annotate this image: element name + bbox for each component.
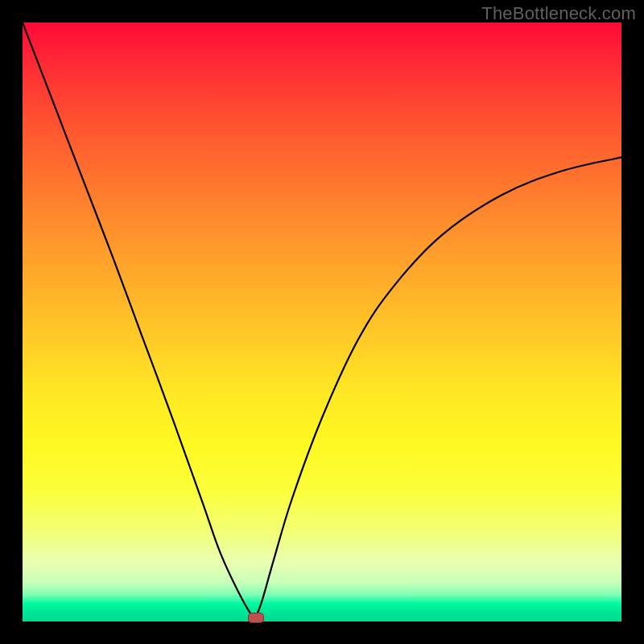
plot-area	[23, 23, 621, 621]
watermark-text: TheBottleneck.com	[481, 3, 636, 24]
bottleneck-curve	[23, 23, 621, 621]
optimal-point-marker	[248, 613, 264, 623]
chart-frame: TheBottleneck.com	[0, 0, 644, 644]
